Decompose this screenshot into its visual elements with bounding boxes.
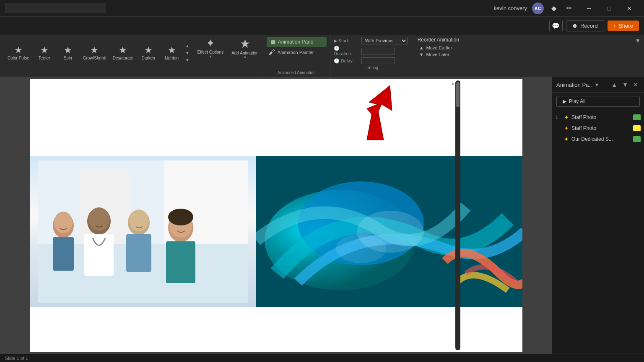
slide-scroll-up-btn[interactable]: ▲ (450, 80, 455, 85)
darken-icon: ★ (144, 46, 153, 55)
svg-rect-10 (84, 234, 114, 276)
delay-text: Delay: (341, 58, 354, 63)
ribbon-anim-desaturate[interactable]: ★ Desaturate (110, 44, 136, 62)
anim-item-1-color (633, 114, 641, 120)
svg-point-21 (168, 209, 193, 225)
pen-icon-btn[interactable]: ✏ (564, 3, 574, 14)
ribbon-anim-color-pulse[interactable]: ★ Color Pulse (5, 44, 32, 62)
slide-scrollbar[interactable] (455, 80, 460, 350)
effect-options-group[interactable]: ✦ Effect Options ▼ (194, 35, 228, 77)
slide-white-area (30, 79, 522, 156)
svg-rect-4 (80, 169, 130, 244)
anim-item-1-icon: ✦ (564, 114, 569, 121)
user-avatar: KC (532, 3, 544, 14)
animation-pane-close-btn[interactable]: ✕ (631, 80, 640, 89)
share-label: Share (618, 23, 633, 29)
color-pulse-icon: ★ (14, 46, 23, 55)
slide-images-area (30, 156, 522, 307)
status-bar: Slide 1 of 1 (0, 354, 644, 362)
timing-duration-row: 🕐 Duration: (334, 46, 410, 56)
ribbon-anim-grow-shrink[interactable]: ★ Grow/Shrink (80, 44, 109, 62)
animation-item-3[interactable]: ✦ Our Dedicated S... (552, 134, 644, 145)
animation-pane-button-label: Animation Pane (278, 39, 314, 45)
animation-item-1[interactable]: 1 ✦ Staff Photo (552, 112, 644, 123)
status-bar-text: Slide 1 of 1 (5, 356, 28, 361)
anim-item-2-icon: ✦ (564, 125, 569, 132)
play-all-button[interactable]: ▶ Play All (556, 96, 640, 107)
close-button[interactable]: ✕ (620, 2, 639, 15)
reorder-group: Reorder Animation ▲ Move Earlier ▼ Move … (414, 35, 477, 77)
duration-text: Duration: (334, 51, 353, 56)
staff-photo (30, 156, 256, 307)
animation-pane-header: Animation Pa.. ▾ ▲ ▼ ✕ (552, 77, 644, 93)
move-earlier-button[interactable]: ▲ Move Earlier (418, 44, 474, 51)
share-button[interactable]: ↑ Share (608, 21, 639, 31)
color-pulse-label: Color Pulse (8, 56, 29, 60)
slide-canvas (30, 79, 522, 352)
start-play-icon: ▶ (334, 38, 337, 43)
staff-photo-bg (30, 156, 256, 307)
anim-item-1-num: 1 (556, 115, 561, 120)
animation-painter-btn[interactable]: 🖌 Animation Painter (267, 48, 327, 57)
reorder-title: Reorder Animation (418, 37, 474, 43)
slide-scroll-thumb[interactable] (456, 82, 460, 107)
ribbon-anim-darken[interactable]: ★ Darken (138, 44, 159, 62)
animation-item-2[interactable]: ✦ Staff Photo (552, 123, 644, 134)
move-earlier-icon: ▲ (419, 45, 424, 50)
effect-options-label: Effect Options (197, 50, 224, 54)
move-later-label: Move Later (426, 52, 449, 57)
timing-start-select[interactable]: With Previous On Click After Previous (361, 37, 408, 44)
duration-clock-icon: 🕐 (334, 46, 340, 51)
record-label: Record (580, 23, 598, 29)
timing-duration-input[interactable] (361, 48, 395, 54)
title-bar-left (5, 3, 106, 13)
animation-pane-move-down-btn[interactable]: ▼ (621, 80, 630, 89)
anim-item-3-color (633, 136, 641, 142)
user-name: kevin convery (494, 5, 527, 11)
advanced-animation-label: Advanced Animation (267, 69, 327, 75)
ribbon-anim-spin[interactable]: ★ Spin (57, 44, 79, 62)
record-button[interactable]: ⏺ Record (566, 20, 604, 31)
add-animation-group[interactable]: ★ Add Animation ▼ (227, 35, 263, 77)
ribbon-anim-lighten[interactable]: ★ Lighten (161, 44, 183, 62)
anim-item-1-name: Staff Photo (571, 114, 631, 120)
teeter-icon: ★ (40, 46, 49, 55)
play-all-label: Play All (569, 98, 585, 104)
anim-item-3-icon: ✦ (564, 136, 569, 142)
animation-pane-title: Animation Pa.. ▾ (556, 80, 600, 89)
spin-icon: ★ (64, 46, 72, 55)
advanced-animation-group: ▦ Animation Pane 🖌 Animation Painter Adv… (263, 35, 330, 77)
comment-button[interactable]: 💬 (549, 20, 563, 32)
ribbon-anim-teeter[interactable]: ★ Teeter (34, 44, 55, 62)
ribbon-animations-items: ★ Color Pulse ★ Teeter ★ Spin ★ Grow/Shr… (5, 44, 183, 62)
animation-pane-dropdown-btn[interactable]: ▾ (594, 80, 600, 89)
animation-pane-move-up-btn[interactable]: ▲ (610, 80, 619, 89)
effect-options-chevron: ▼ (208, 54, 212, 59)
lighten-icon: ★ (168, 46, 176, 55)
scroll-more-button[interactable]: ▼ (184, 57, 191, 63)
duration-label: 🕐 Duration: (334, 46, 359, 56)
window-controls: ─ □ ✕ (579, 2, 639, 15)
animation-pane-controls: ▲ ▼ ✕ (610, 80, 640, 89)
move-later-button[interactable]: ▼ Move Later (418, 51, 474, 58)
minimize-button[interactable]: ─ (579, 2, 599, 15)
animation-pane: Animation Pa.. ▾ ▲ ▼ ✕ ▶ Play All 1 ✦ St… (552, 77, 644, 354)
animation-painter-icon: 🖌 (268, 49, 275, 56)
scroll-down-button[interactable]: ▼ (184, 50, 191, 56)
move-later-icon: ▼ (419, 52, 424, 57)
delay-clock-icon: 🕐 (334, 58, 340, 63)
expand-ribbon-btn[interactable]: ▼ (635, 37, 641, 44)
ribbon: ★ Color Pulse ★ Teeter ★ Spin ★ Grow/Shr… (0, 35, 644, 77)
timing-delay-input[interactable] (361, 57, 395, 64)
scroll-up-button[interactable]: ▲ (184, 43, 191, 49)
svg-rect-7 (53, 237, 74, 271)
diamond-icon-btn[interactable]: ◆ (549, 3, 559, 14)
maximize-button[interactable]: □ (600, 2, 619, 15)
effect-options-icon: ✦ (206, 37, 215, 50)
animation-pane-button[interactable]: ▦ Animation Pane (267, 37, 327, 47)
anim-item-3-name: Our Dedicated S... (571, 136, 631, 142)
svg-rect-13 (126, 234, 151, 272)
document-title-input[interactable] (5, 3, 106, 13)
slide-panel[interactable]: ▲ (0, 77, 552, 354)
anim-item-2-color (633, 125, 641, 131)
